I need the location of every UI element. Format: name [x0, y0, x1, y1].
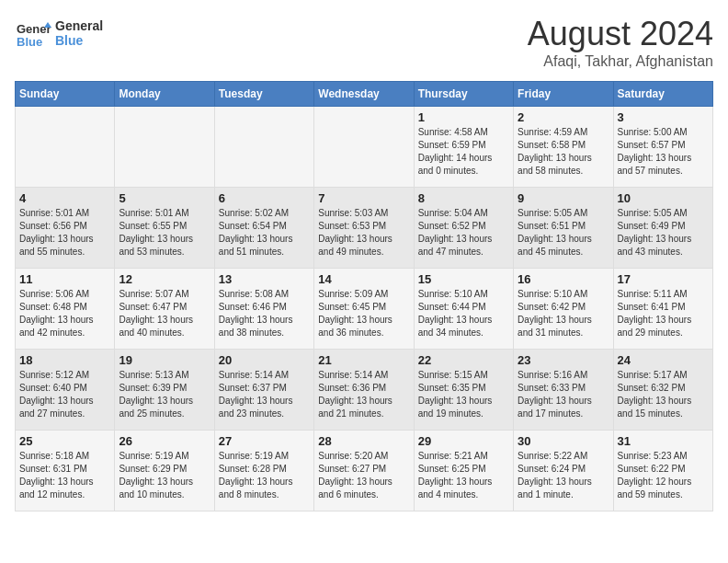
day-number: 5	[119, 191, 210, 205]
day-info: Sunrise: 5:19 AM Sunset: 6:29 PM Dayligh…	[119, 450, 210, 501]
calendar-cell: 24Sunrise: 5:17 AM Sunset: 6:32 PM Dayli…	[613, 350, 712, 431]
calendar-cell	[314, 107, 414, 188]
day-number: 20	[219, 353, 310, 367]
calendar-cell: 12Sunrise: 5:07 AM Sunset: 6:47 PM Dayli…	[115, 269, 214, 350]
calendar-cell: 2Sunrise: 4:59 AM Sunset: 6:58 PM Daylig…	[514, 107, 613, 188]
svg-text:General: General	[17, 22, 51, 36]
title-block: August 2024 Afaqi, Takhar, Afghanistan	[528, 15, 713, 70]
day-number: 2	[518, 110, 609, 124]
day-number: 4	[19, 191, 110, 205]
page-header: General Blue General Blue August 2024 Af…	[15, 15, 713, 70]
day-number: 26	[119, 434, 210, 448]
day-info: Sunrise: 5:12 AM Sunset: 6:40 PM Dayligh…	[19, 369, 110, 420]
calendar-header-row: SundayMondayTuesdayWednesdayThursdayFrid…	[16, 82, 713, 107]
calendar-cell: 30Sunrise: 5:22 AM Sunset: 6:24 PM Dayli…	[514, 431, 613, 511]
day-info: Sunrise: 5:10 AM Sunset: 6:42 PM Dayligh…	[518, 288, 609, 339]
calendar-cell: 18Sunrise: 5:12 AM Sunset: 6:40 PM Dayli…	[16, 350, 115, 431]
day-info: Sunrise: 5:21 AM Sunset: 6:25 PM Dayligh…	[418, 450, 509, 501]
calendar-week-5: 25Sunrise: 5:18 AM Sunset: 6:31 PM Dayli…	[16, 431, 713, 511]
day-number: 28	[318, 434, 409, 448]
day-info: Sunrise: 5:17 AM Sunset: 6:32 PM Dayligh…	[618, 369, 709, 420]
day-info: Sunrise: 5:06 AM Sunset: 6:48 PM Dayligh…	[19, 288, 110, 339]
calendar-cell: 27Sunrise: 5:19 AM Sunset: 6:28 PM Dayli…	[214, 431, 313, 511]
day-number: 6	[219, 191, 310, 205]
day-info: Sunrise: 5:00 AM Sunset: 6:57 PM Dayligh…	[618, 126, 709, 178]
calendar-cell: 9Sunrise: 5:05 AM Sunset: 6:51 PM Daylig…	[514, 188, 613, 269]
header-monday: Monday	[115, 82, 214, 107]
day-info: Sunrise: 5:01 AM Sunset: 6:56 PM Dayligh…	[19, 207, 110, 259]
calendar-cell: 11Sunrise: 5:06 AM Sunset: 6:48 PM Dayli…	[16, 269, 115, 350]
calendar-cell: 28Sunrise: 5:20 AM Sunset: 6:27 PM Dayli…	[314, 431, 414, 511]
day-number: 16	[518, 272, 609, 286]
day-number: 10	[618, 191, 709, 205]
header-thursday: Thursday	[414, 82, 513, 107]
day-info: Sunrise: 5:09 AM Sunset: 6:45 PM Dayligh…	[318, 288, 409, 339]
calendar-cell: 1Sunrise: 4:58 AM Sunset: 6:59 PM Daylig…	[414, 107, 513, 188]
header-friday: Friday	[514, 82, 613, 107]
calendar-cell: 13Sunrise: 5:08 AM Sunset: 6:46 PM Dayli…	[214, 269, 313, 350]
calendar-week-4: 18Sunrise: 5:12 AM Sunset: 6:40 PM Dayli…	[16, 350, 713, 431]
day-number: 12	[119, 272, 210, 286]
day-info: Sunrise: 5:03 AM Sunset: 6:53 PM Dayligh…	[318, 207, 409, 259]
day-number: 27	[219, 434, 310, 448]
page-subtitle: Afaqi, Takhar, Afghanistan	[528, 53, 713, 70]
day-info: Sunrise: 4:58 AM Sunset: 6:59 PM Dayligh…	[418, 126, 509, 178]
calendar-cell: 19Sunrise: 5:13 AM Sunset: 6:39 PM Dayli…	[115, 350, 214, 431]
calendar-cell: 15Sunrise: 5:10 AM Sunset: 6:44 PM Dayli…	[414, 269, 513, 350]
logo: General Blue General Blue	[15, 15, 103, 52]
logo-icon: General Blue	[15, 15, 51, 52]
day-info: Sunrise: 5:18 AM Sunset: 6:31 PM Dayligh…	[19, 450, 110, 501]
calendar-week-1: 1Sunrise: 4:58 AM Sunset: 6:59 PM Daylig…	[16, 107, 713, 188]
calendar-cell	[16, 107, 115, 188]
calendar-cell: 4Sunrise: 5:01 AM Sunset: 6:56 PM Daylig…	[16, 188, 115, 269]
calendar-week-3: 11Sunrise: 5:06 AM Sunset: 6:48 PM Dayli…	[16, 269, 713, 350]
day-info: Sunrise: 5:04 AM Sunset: 6:52 PM Dayligh…	[418, 207, 509, 259]
logo-line2: Blue	[55, 33, 103, 48]
calendar-cell: 25Sunrise: 5:18 AM Sunset: 6:31 PM Dayli…	[16, 431, 115, 511]
day-number: 24	[618, 353, 709, 367]
day-number: 25	[19, 434, 110, 448]
day-number: 17	[618, 272, 709, 286]
calendar-cell: 17Sunrise: 5:11 AM Sunset: 6:41 PM Dayli…	[613, 269, 712, 350]
calendar-cell: 5Sunrise: 5:01 AM Sunset: 6:55 PM Daylig…	[115, 188, 214, 269]
calendar-cell: 10Sunrise: 5:05 AM Sunset: 6:49 PM Dayli…	[613, 188, 712, 269]
day-info: Sunrise: 5:14 AM Sunset: 6:37 PM Dayligh…	[219, 369, 310, 420]
calendar-cell: 22Sunrise: 5:15 AM Sunset: 6:35 PM Dayli…	[414, 350, 513, 431]
page-title: August 2024	[528, 15, 713, 53]
calendar-cell: 8Sunrise: 5:04 AM Sunset: 6:52 PM Daylig…	[414, 188, 513, 269]
day-number: 21	[318, 353, 409, 367]
day-info: Sunrise: 5:05 AM Sunset: 6:51 PM Dayligh…	[518, 207, 609, 259]
header-tuesday: Tuesday	[214, 82, 313, 107]
calendar-cell	[115, 107, 214, 188]
day-number: 11	[19, 272, 110, 286]
day-number: 18	[19, 353, 110, 367]
calendar-cell: 7Sunrise: 5:03 AM Sunset: 6:53 PM Daylig…	[314, 188, 414, 269]
calendar-cell: 21Sunrise: 5:14 AM Sunset: 6:36 PM Dayli…	[314, 350, 414, 431]
calendar-cell: 31Sunrise: 5:23 AM Sunset: 6:22 PM Dayli…	[613, 431, 712, 511]
calendar-cell: 3Sunrise: 5:00 AM Sunset: 6:57 PM Daylig…	[613, 107, 712, 188]
day-info: Sunrise: 5:11 AM Sunset: 6:41 PM Dayligh…	[618, 288, 709, 339]
day-number: 13	[219, 272, 310, 286]
day-number: 7	[318, 191, 409, 205]
calendar-cell: 26Sunrise: 5:19 AM Sunset: 6:29 PM Dayli…	[115, 431, 214, 511]
calendar-cell: 16Sunrise: 5:10 AM Sunset: 6:42 PM Dayli…	[514, 269, 613, 350]
day-info: Sunrise: 5:20 AM Sunset: 6:27 PM Dayligh…	[318, 450, 409, 501]
day-info: Sunrise: 5:15 AM Sunset: 6:35 PM Dayligh…	[418, 369, 509, 420]
day-info: Sunrise: 4:59 AM Sunset: 6:58 PM Dayligh…	[518, 126, 609, 178]
day-number: 1	[418, 110, 509, 124]
calendar-cell: 20Sunrise: 5:14 AM Sunset: 6:37 PM Dayli…	[214, 350, 313, 431]
day-info: Sunrise: 5:08 AM Sunset: 6:46 PM Dayligh…	[219, 288, 310, 339]
day-number: 23	[518, 353, 609, 367]
day-number: 15	[418, 272, 509, 286]
day-number: 19	[119, 353, 210, 367]
logo-line1: General	[55, 18, 103, 33]
header-saturday: Saturday	[613, 82, 712, 107]
day-info: Sunrise: 5:02 AM Sunset: 6:54 PM Dayligh…	[219, 207, 310, 259]
calendar-week-2: 4Sunrise: 5:01 AM Sunset: 6:56 PM Daylig…	[16, 188, 713, 269]
day-number: 9	[518, 191, 609, 205]
day-info: Sunrise: 5:23 AM Sunset: 6:22 PM Dayligh…	[618, 450, 709, 501]
day-number: 22	[418, 353, 509, 367]
day-info: Sunrise: 5:16 AM Sunset: 6:33 PM Dayligh…	[518, 369, 609, 420]
calendar-cell: 29Sunrise: 5:21 AM Sunset: 6:25 PM Dayli…	[414, 431, 513, 511]
day-info: Sunrise: 5:14 AM Sunset: 6:36 PM Dayligh…	[318, 369, 409, 420]
